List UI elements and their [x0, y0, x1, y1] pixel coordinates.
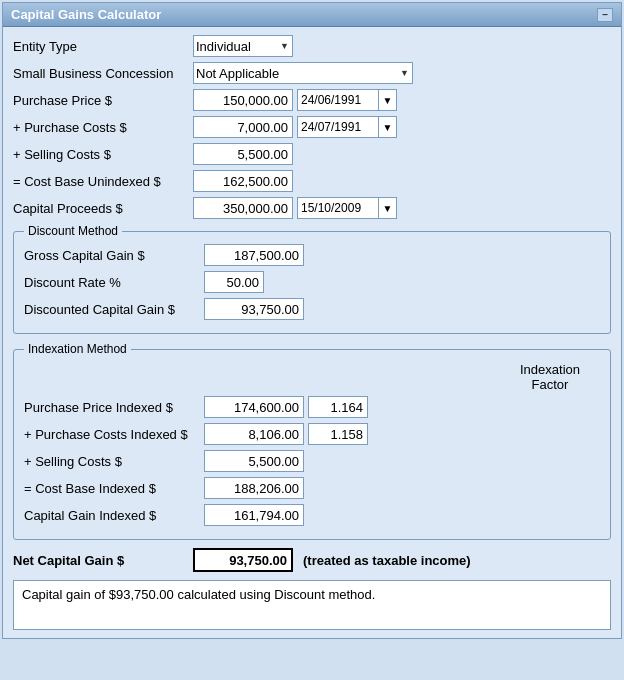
selling-costs-row: + Selling Costs $ — [13, 143, 611, 165]
purchase-price-factor-input[interactable] — [308, 396, 368, 418]
discount-rate-label: Discount Rate % — [24, 275, 204, 290]
cost-base-indexed-row: = Cost Base Indexed $ — [24, 477, 600, 499]
discount-method-section: Discount Method Gross Capital Gain $ Dis… — [13, 224, 611, 334]
small-business-row: Small Business Concession Not Applicable… — [13, 62, 611, 84]
purchase-price-indexed-input[interactable] — [204, 396, 304, 418]
capital-gain-indexed-label: Capital Gain Indexed $ — [24, 508, 204, 523]
cost-base-input[interactable] — [193, 170, 293, 192]
title-bar: Capital Gains Calculator – — [3, 3, 621, 27]
summary-box: Capital gain of $93,750.00 calculated us… — [13, 580, 611, 630]
net-capital-gain-input[interactable] — [193, 548, 293, 572]
entity-type-label: Entity Type — [13, 39, 193, 54]
capital-proceeds-calendar-btn[interactable]: ▼ — [379, 197, 397, 219]
indexation-header: Indexation Factor — [24, 362, 600, 392]
indexation-method-legend: Indexation Method — [24, 342, 131, 356]
net-capital-gain-label: Net Capital Gain $ — [13, 553, 193, 568]
selling-costs-indexed-input[interactable] — [204, 450, 304, 472]
selling-costs-label: + Selling Costs $ — [13, 147, 193, 162]
small-business-select-wrapper: Not Applicable Active Asset Reduction Re… — [193, 62, 413, 84]
purchase-price-indexed-row: Purchase Price Indexed $ — [24, 396, 600, 418]
capital-gain-indexed-row: Capital Gain Indexed $ — [24, 504, 600, 526]
main-content: Entity Type Individual Company Trust SMS… — [3, 27, 621, 638]
cost-base-indexed-input[interactable] — [204, 477, 304, 499]
calculator-window: Capital Gains Calculator – Entity Type I… — [2, 2, 622, 639]
net-capital-gain-note: (treated as taxable income) — [303, 553, 471, 568]
purchase-costs-factor-input[interactable] — [308, 423, 368, 445]
discounted-gain-row: Discounted Capital Gain $ — [24, 298, 600, 320]
purchase-costs-date-field: ▼ — [297, 116, 397, 138]
small-business-label: Small Business Concession — [13, 66, 193, 81]
purchase-price-input[interactable] — [193, 89, 293, 111]
purchase-price-date-input[interactable] — [297, 89, 379, 111]
entity-type-select-wrapper: Individual Company Trust SMSF — [193, 35, 293, 57]
discount-method-legend: Discount Method — [24, 224, 122, 238]
purchase-costs-row: + Purchase Costs $ ▼ — [13, 116, 611, 138]
discounted-gain-label: Discounted Capital Gain $ — [24, 302, 204, 317]
capital-proceeds-row: Capital Proceeds $ ▼ — [13, 197, 611, 219]
purchase-price-indexed-label: Purchase Price Indexed $ — [24, 400, 204, 415]
capital-proceeds-input[interactable] — [193, 197, 293, 219]
small-business-select[interactable]: Not Applicable Active Asset Reduction Re… — [193, 62, 413, 84]
purchase-costs-label: + Purchase Costs $ — [13, 120, 193, 135]
discounted-gain-input[interactable] — [204, 298, 304, 320]
purchase-price-label: Purchase Price $ — [13, 93, 193, 108]
capital-proceeds-date-input[interactable] — [297, 197, 379, 219]
purchase-price-row: Purchase Price $ ▼ — [13, 89, 611, 111]
discount-rate-input[interactable] — [204, 271, 264, 293]
cost-base-row: = Cost Base Unindexed $ — [13, 170, 611, 192]
gross-gain-label: Gross Capital Gain $ — [24, 248, 204, 263]
entity-type-select[interactable]: Individual Company Trust SMSF — [193, 35, 293, 57]
close-button[interactable]: – — [597, 8, 613, 22]
purchase-costs-indexed-row: + Purchase Costs Indexed $ — [24, 423, 600, 445]
purchase-costs-date-input[interactable] — [297, 116, 379, 138]
discount-rate-row: Discount Rate % — [24, 271, 600, 293]
entity-type-row: Entity Type Individual Company Trust SMS… — [13, 35, 611, 57]
cost-base-indexed-label: = Cost Base Indexed $ — [24, 481, 204, 496]
purchase-price-calendar-btn[interactable]: ▼ — [379, 89, 397, 111]
cost-base-label: = Cost Base Unindexed $ — [13, 174, 193, 189]
selling-costs-indexed-label: + Selling Costs $ — [24, 454, 204, 469]
capital-proceeds-date-field: ▼ — [297, 197, 397, 219]
gross-gain-row: Gross Capital Gain $ — [24, 244, 600, 266]
purchase-costs-calendar-btn[interactable]: ▼ — [379, 116, 397, 138]
purchase-price-date-field: ▼ — [297, 89, 397, 111]
gross-gain-input[interactable] — [204, 244, 304, 266]
capital-gain-indexed-input[interactable] — [204, 504, 304, 526]
capital-proceeds-label: Capital Proceeds $ — [13, 201, 193, 216]
purchase-costs-indexed-label: + Purchase Costs Indexed $ — [24, 427, 204, 442]
selling-costs-input[interactable] — [193, 143, 293, 165]
purchase-costs-indexed-input[interactable] — [204, 423, 304, 445]
indexation-method-section: Indexation Method Indexation Factor Purc… — [13, 342, 611, 540]
purchase-costs-input[interactable] — [193, 116, 293, 138]
window-title: Capital Gains Calculator — [11, 7, 161, 22]
selling-costs-indexed-row: + Selling Costs $ — [24, 450, 600, 472]
indexation-factor-header: Indexation Factor — [520, 362, 580, 392]
net-capital-gain-row: Net Capital Gain $ (treated as taxable i… — [13, 548, 611, 572]
summary-text: Capital gain of $93,750.00 calculated us… — [22, 587, 375, 602]
